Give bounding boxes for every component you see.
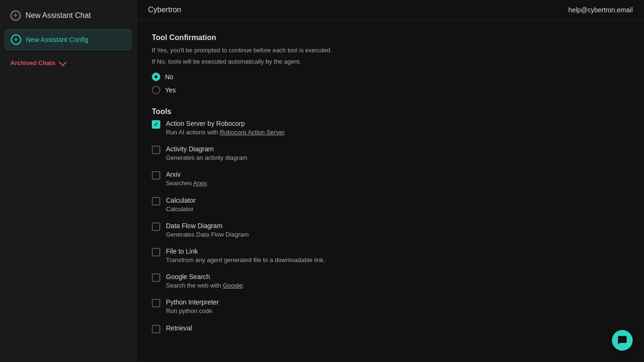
chevron-down-icon	[59, 58, 67, 66]
radio-yes-circle	[152, 86, 160, 94]
topbar-email: help@cybertron.email	[569, 6, 633, 14]
checkbox-action-server[interactable]	[152, 120, 160, 129]
new-chat-button[interactable]: + New Assistant Chat	[5, 6, 132, 25]
checkbox-file-to-link[interactable]	[152, 248, 160, 256]
chat-fab-button[interactable]	[612, 330, 633, 351]
checkbox-arxiv[interactable]	[152, 171, 160, 180]
checkbox-calculator[interactable]	[152, 197, 160, 206]
google-link[interactable]: Google	[223, 282, 243, 289]
tool-name-calculator: Calculator	[166, 197, 196, 204]
tool-name-arxiv: Arxiv	[166, 171, 208, 178]
sidebar: + New Assistant Chat + New Assistant Con…	[0, 0, 137, 362]
tool-desc-python: Run python code.	[166, 307, 219, 315]
tools-section: Tools Action Server by Robocorp Run AI a…	[152, 107, 629, 333]
tool-item-retrieval: Retrieval	[152, 324, 629, 333]
tool-desc-activity-diagram: Generates an activity diagram	[166, 154, 248, 162]
tool-desc-arxiv: Searches Arxiv.	[166, 179, 208, 188]
tool-name-python: Python Interpreter	[166, 298, 219, 306]
tool-name-activity-diagram: Activity Diagram	[166, 145, 248, 153]
tool-desc-file-to-link: Transfrom any agent generated file to a …	[166, 256, 325, 264]
config-plus-icon: +	[11, 34, 21, 45]
tool-item-google-search: Google Search Search the web with Google…	[152, 273, 629, 290]
archived-chats-header[interactable]: Archived Chats	[5, 58, 132, 68]
arxiv-link[interactable]: Arxiv	[193, 180, 206, 187]
robocorp-link[interactable]: Robocorp Action Server	[220, 129, 284, 136]
tool-info-activity-diagram: Activity Diagram Generates an activity d…	[166, 145, 248, 162]
radio-no-circle	[152, 73, 160, 81]
tool-item-action-server: Action Server by Robocorp Run AI actions…	[152, 120, 629, 137]
tool-item-python: Python Interpreter Run python code.	[152, 298, 629, 315]
tools-section-title: Tools	[152, 107, 629, 116]
content-area: Tool Confirmation If Yes, you'll be prom…	[137, 20, 644, 362]
tool-info-retrieval: Retrieval	[166, 324, 192, 333]
new-config-button[interactable]: + New Assistant Config	[5, 29, 132, 50]
topbar-title: Cybertron	[148, 6, 181, 14]
tool-item-file-to-link: File to Link Transfrom any agent generat…	[152, 247, 629, 264]
checkbox-retrieval[interactable]	[152, 325, 160, 333]
tool-info-calculator: Calculator Calculator	[166, 197, 196, 214]
tool-item-arxiv: Arxiv Searches Arxiv.	[152, 171, 629, 188]
checkbox-data-flow[interactable]	[152, 222, 160, 231]
tool-name-data-flow: Data Flow Diagram	[166, 222, 249, 230]
tool-confirmation-desc2: If No, tools will be executed automatica…	[152, 57, 629, 66]
plus-icon: +	[10, 10, 21, 21]
new-config-label: New Assistant Config	[26, 36, 88, 43]
tool-name-google-search: Google Search	[166, 273, 244, 280]
tool-info-google-search: Google Search Search the web with Google…	[166, 273, 244, 290]
chat-icon	[617, 335, 627, 346]
tool-desc-data-flow: Generates Data Flow Diagram	[166, 230, 249, 239]
radio-yes-label: Yes	[165, 86, 176, 94]
checkbox-activity-diagram[interactable]	[152, 146, 160, 154]
tool-info-arxiv: Arxiv Searches Arxiv.	[166, 171, 208, 188]
radio-yes[interactable]: Yes	[152, 86, 629, 94]
tool-info-python: Python Interpreter Run python code.	[166, 298, 219, 315]
tool-info-file-to-link: File to Link Transfrom any agent generat…	[166, 247, 325, 264]
tool-confirmation-section: Tool Confirmation If Yes, you'll be prom…	[152, 33, 629, 94]
radio-no[interactable]: No	[152, 73, 629, 81]
checkbox-google-search[interactable]	[152, 273, 160, 282]
topbar: Cybertron help@cybertron.email	[137, 0, 644, 20]
tool-desc-google-search: Search the web with Google.	[166, 281, 244, 290]
tool-desc-action-server: Run AI actions with Robocorp Action Serv…	[166, 128, 286, 137]
tool-confirmation-title: Tool Confirmation	[152, 33, 629, 42]
tool-info-action-server: Action Server by Robocorp Run AI actions…	[166, 120, 286, 137]
tool-desc-calculator: Calculator	[166, 205, 196, 214]
main-content: Cybertron help@cybertron.email Tool Conf…	[137, 0, 644, 362]
tool-item-activity-diagram: Activity Diagram Generates an activity d…	[152, 145, 629, 162]
tool-info-data-flow: Data Flow Diagram Generates Data Flow Di…	[166, 222, 249, 239]
checkbox-python[interactable]	[152, 299, 160, 307]
radio-no-label: No	[165, 73, 173, 81]
archived-chats-label: Archived Chats	[10, 59, 55, 66]
tool-name-action-server: Action Server by Robocorp	[166, 120, 286, 127]
new-chat-label: New Assistant Chat	[25, 11, 91, 20]
radio-group: No Yes	[152, 73, 629, 94]
tool-confirmation-desc1: If Yes, you'll be prompted to continue b…	[152, 46, 629, 55]
tool-name-file-to-link: File to Link	[166, 247, 325, 255]
tool-name-retrieval: Retrieval	[166, 324, 192, 332]
tool-item-data-flow: Data Flow Diagram Generates Data Flow Di…	[152, 222, 629, 239]
tool-item-calculator: Calculator Calculator	[152, 197, 629, 214]
